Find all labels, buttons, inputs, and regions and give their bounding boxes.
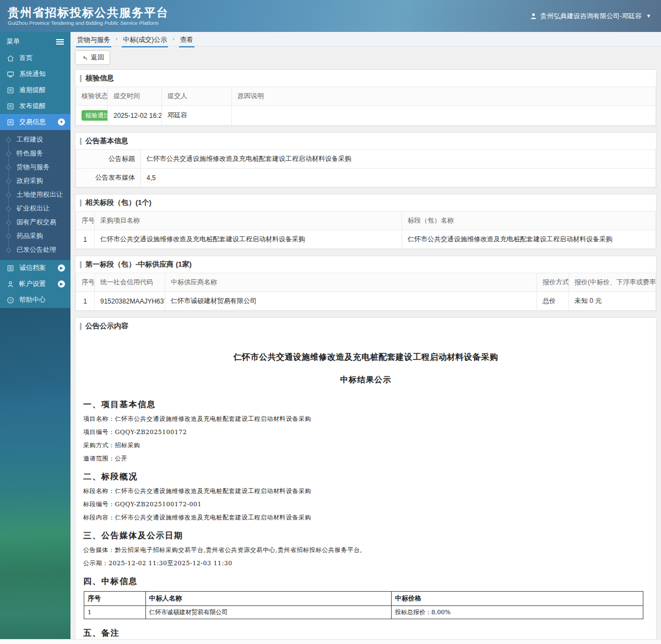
submenu-item-special-service[interactable]: 特色服务 — [0, 147, 71, 160]
undo-icon — [81, 55, 88, 61]
toolbar: 返回 — [71, 46, 661, 68]
brand: 贵州省招标投标公共服务平台 GuiZhou Province Tendering… — [8, 6, 169, 26]
submitter-cell: 邓廷容 — [162, 106, 232, 126]
sidebar-scenic-image — [0, 308, 71, 639]
column-header: 中标价格 — [392, 592, 643, 606]
submenu-item-mining-rights[interactable]: 矿业权出让 — [0, 202, 71, 215]
panel-announcement-content: 公告公示内容 仁怀市公共交通设施维修改造及充电桩配套建设工程启动材料设备采购 中… — [75, 317, 657, 639]
doc-section3-heading: 三、公告媒体及公示日期 — [83, 531, 648, 541]
folder-icon — [7, 86, 14, 94]
panel-title: 第一标段（包）-中标供应商 (1家) — [75, 256, 656, 273]
breadcrumb-view[interactable]: 查看 — [179, 35, 194, 47]
panel-title-text: 第一标段（包）-中标供应商 (1家) — [85, 259, 192, 269]
panel-related-sections: 相关标段（包）(1个) 序号 采购项目名称 标段（包）名称 1 仁怀市公共交通设… — [75, 194, 657, 250]
table-header-row: 核验状态 提交时间 提交人 原因说明 — [76, 87, 656, 106]
panels-area: 核验信息 核验状态 提交时间 提交人 原因说明 核验通过 2025-12-02 … — [71, 68, 661, 639]
user-icon — [530, 13, 537, 20]
submenu-item-state-property[interactable]: 国有产权交易 — [0, 215, 71, 229]
sidebar-item-help-center[interactable]: ? 帮助中心 — [0, 292, 71, 308]
publish-media-value: 4,5 — [141, 169, 656, 187]
winner-price-cell: 投标总报价：8.00% — [392, 606, 643, 619]
breadcrumb: 货物与服务 › 中标(成交)公示 › 查看 — [71, 32, 661, 46]
winner-name-cell: 仁怀市诚硕建材贸易有限公司 — [145, 606, 391, 619]
chevron-right-circle-icon: ▶ — [58, 280, 65, 288]
sidebar-submenu: 工程建设 特色服务 货物与服务 政府采购 土地使用权出让 矿业权出让 国有产权交… — [0, 130, 71, 260]
panel-title: 核验信息 — [75, 70, 656, 86]
panel-title-text: 核验信息 — [85, 73, 114, 83]
user-icon — [7, 280, 14, 288]
sidebar-item-home[interactable]: 首页 — [0, 50, 71, 66]
submenu-item-gov-procurement[interactable]: 政府采购 — [0, 174, 71, 188]
sidebar-item-label: 帮助中心 — [19, 295, 46, 305]
announcement-table: 公告标题 仁怀市公共交通设施维修改造及充电桩配套建设工程启动材料设备采购 公告发… — [75, 149, 656, 187]
sidebar-item-label: 首页 — [19, 53, 32, 63]
submenu-item-published-notice[interactable]: 已发公告处理 — [0, 243, 71, 257]
breadcrumb-separator: › — [116, 35, 117, 42]
panel-title: 相关标段（包）(1个) — [75, 194, 656, 211]
breadcrumb-separator: › — [172, 35, 174, 42]
column-header: 中标供应商名称 — [165, 273, 537, 292]
hamburger-icon[interactable] — [56, 39, 64, 45]
field-label: 公告标题 — [76, 150, 141, 169]
sidebar-item-label: 发布提醒 — [19, 101, 46, 111]
sidebar-item-account-settings[interactable]: 帐户设置 ▶ — [0, 276, 71, 292]
verify-status-cell: 核验通过 — [76, 106, 108, 126]
monitor-icon — [7, 71, 14, 78]
doc-line: 标段名称：仁怀市公共交通设施维修改造及充电桩配套建设工程启动材料设备采购 — [83, 487, 648, 495]
title-bar-icon — [80, 138, 82, 145]
table-row: 公告发布媒体 4,5 — [76, 169, 656, 187]
chevron-right-circle-icon: ▶ — [58, 264, 65, 272]
submenu-item-drug-procurement[interactable]: 药品采购 — [0, 229, 71, 243]
document-subtitle: 中标结果公示 — [83, 375, 648, 385]
submenu-item-goods-services[interactable]: 货物与服务 — [0, 160, 71, 174]
project-name-cell: 仁怀市公共交通设施维修改造及充电桩配套建设工程启动材料设备采购 — [95, 230, 402, 249]
svg-text:?: ? — [9, 298, 12, 302]
doc-section4-heading: 四、中标信息 — [83, 576, 648, 587]
sidebar-item-label: 帐户设置 — [19, 279, 46, 289]
credit-code-cell: 91520382MAAJYH6373 — [95, 292, 165, 311]
user-menu[interactable]: 贵州弘典建设咨询有限公司-邓廷容 ▼ — [530, 12, 651, 21]
footer-strip — [0, 639, 661, 644]
folder-icon — [7, 102, 14, 110]
main-content: 货物与服务 › 中标(成交)公示 › 查看 返回 — [71, 32, 661, 639]
doc-line: 标段编号：GQQY-ZB2025100172-001 — [83, 500, 648, 508]
sidebar-item-credit-archive[interactable]: 诚信档案 ▶ — [0, 260, 71, 276]
winning-supplier-table: 序号 统一社会信用代码 中标供应商名称 报价方式 报价(中标价、下浮率或费率) … — [75, 273, 656, 311]
breadcrumb-goods-services[interactable]: 货物与服务 — [76, 35, 111, 47]
column-header: 序号 — [76, 273, 95, 292]
table-row: 1 91520382MAAJYH6373 仁怀市诚硕建材贸易有限公司 总价 未知… — [76, 292, 656, 311]
submenu-item-engineering[interactable]: 工程建设 — [0, 133, 71, 147]
user-name: 贵州弘典建设咨询有限公司-邓廷容 — [540, 12, 642, 21]
quote-price-cell: 未知 0 元 — [569, 292, 656, 311]
column-header: 序号 — [76, 212, 95, 230]
sidebar-item-overdue-reminder[interactable]: 逾期提醒 — [0, 82, 71, 98]
title-bar-icon — [80, 323, 82, 330]
breadcrumb-award-notice[interactable]: 中标(成交)公示 — [122, 35, 168, 47]
quote-method-cell: 总价 — [537, 292, 569, 311]
submenu-item-land-use[interactable]: 土地使用权出让 — [0, 188, 71, 202]
chevron-down-icon: ▼ — [646, 13, 651, 19]
panel-verify-info: 核验信息 核验状态 提交时间 提交人 原因说明 核验通过 2025-12-02 … — [75, 69, 657, 126]
field-label: 公告发布媒体 — [76, 169, 141, 187]
doc-line: 项目名称：仁怀市公共交通设施维修改造及充电桩配套建设工程启动材料设备采购 — [83, 415, 648, 423]
archive-icon — [7, 264, 14, 272]
sidebar-item-system-notice[interactable]: 系统通知 — [0, 66, 71, 82]
supplier-name-cell: 仁怀市诚硕建材贸易有限公司 — [165, 292, 537, 311]
panel-announcement-info: 公告基本信息 公告标题 仁怀市公共交通设施维修改造及充电桩配套建设工程启动材料设… — [75, 132, 657, 188]
back-button[interactable]: 返回 — [75, 50, 110, 65]
column-header: 采购项目名称 — [95, 212, 402, 230]
column-header: 核验状态 — [76, 87, 108, 106]
row-number-cell: 1 — [76, 230, 95, 249]
back-button-label: 返回 — [91, 53, 104, 62]
announcement-title-value: 仁怀市公共交通设施维修改造及充电桩配套建设工程启动材料设备采购 — [141, 150, 656, 169]
title-bar-icon — [80, 75, 82, 82]
sidebar-item-trade-info[interactable]: 交易信息 ▼ — [0, 114, 71, 130]
table-header-row: 序号 统一社会信用代码 中标供应商名称 报价方式 报价(中标价、下浮率或费率) — [76, 273, 656, 292]
column-header: 报价方式 — [537, 273, 569, 292]
table-header-row: 序号 采购项目名称 标段（包）名称 — [76, 212, 656, 230]
home-icon — [7, 55, 14, 62]
sidebar-item-publish-reminder[interactable]: 发布提醒 — [0, 98, 71, 114]
doc-line: 采购方式：招标采购 — [83, 441, 648, 450]
panel-winning-supplier: 第一标段（包）-中标供应商 (1家) 序号 统一社会信用代码 中标供应商名称 报… — [75, 256, 657, 311]
doc-section5-heading: 五、备注 — [83, 628, 648, 638]
